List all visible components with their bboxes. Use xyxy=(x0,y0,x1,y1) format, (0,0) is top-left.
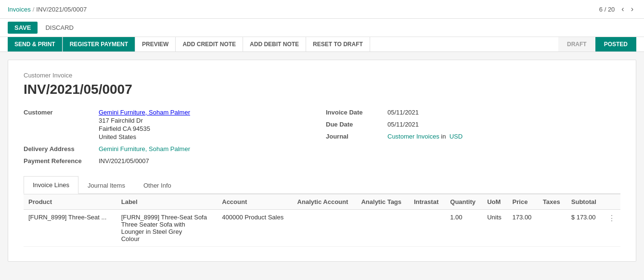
delivery-value: Gemini Furniture, Soham Palmer xyxy=(99,145,190,153)
customer-label: Customer xyxy=(24,109,91,116)
breadcrumb-separator: / xyxy=(33,6,35,13)
send-print-button[interactable]: SEND & PRINT xyxy=(8,37,63,51)
add-credit-note-button[interactable]: ADD CREDIT NOTE xyxy=(176,37,243,51)
invoice-date-label: Invoice Date xyxy=(326,109,384,116)
due-date-row: Due Date 05/11/2021 xyxy=(326,121,620,128)
discard-button[interactable]: DISCARD xyxy=(41,22,77,34)
col-account: Account xyxy=(217,194,292,210)
customer-address2: Fairfield CA 94535 xyxy=(99,125,190,132)
journal-name-link[interactable]: Customer Invoices xyxy=(387,133,439,140)
table-header-row: Product Label Account Analytic Account A… xyxy=(24,194,620,210)
journal-label: Journal xyxy=(326,133,384,140)
breadcrumb-parent[interactable]: Invoices xyxy=(8,6,31,13)
delivery-label: Delivery Address xyxy=(24,145,91,153)
journal-value: Customer Invoices in USD xyxy=(387,133,463,140)
status-draft[interactable]: DRAFT xyxy=(558,37,595,51)
cell-taxes xyxy=(538,210,567,247)
cell-subtotal: $ 173.00 xyxy=(567,210,603,247)
journal-in: in xyxy=(441,133,448,140)
due-date-value: 05/11/2021 xyxy=(387,121,419,128)
register-payment-button[interactable]: REGISTER PAYMENT xyxy=(63,37,135,51)
delivery-row: Delivery Address Gemini Furniture, Soham… xyxy=(24,145,318,153)
cell-intrastat xyxy=(409,210,445,247)
due-date-label: Due Date xyxy=(326,121,384,128)
invoice-date-row: Invoice Date 05/11/2021 xyxy=(326,109,620,116)
left-fields: Customer Gemini Furniture, Soham Palmer … xyxy=(24,109,318,165)
cell-price: 173.00 xyxy=(508,210,538,247)
cell-analytic-account xyxy=(293,210,357,247)
journal-row: Journal Customer Invoices in USD xyxy=(326,133,620,140)
payment-ref-row: Payment Reference INV/2021/05/0007 xyxy=(24,157,318,165)
right-fields: Invoice Date 05/11/2021 Due Date 05/11/2… xyxy=(326,109,620,165)
form-grid: Customer Gemini Furniture, Soham Palmer … xyxy=(24,109,620,165)
col-taxes: Taxes xyxy=(538,194,567,210)
row-options-icon[interactable]: ⋮ xyxy=(608,214,616,222)
payment-ref-value: INV/2021/05/0007 xyxy=(99,157,149,165)
invoice-date-value: 05/11/2021 xyxy=(387,109,419,116)
table-row: [FURN_8999] Three-Seat ... [FURN_8999] T… xyxy=(24,210,620,247)
customer-country: United States xyxy=(99,133,190,140)
col-intrastat: Intrastat xyxy=(409,194,445,210)
pagination-label: 6 / 20 xyxy=(599,6,615,13)
col-actions xyxy=(603,194,620,210)
invoice-number: INV/2021/05/0007 xyxy=(24,82,620,97)
tab-invoice-lines[interactable]: Invoice Lines xyxy=(24,176,78,194)
col-uom: UoM xyxy=(482,194,507,210)
main-content: Customer Invoice INV/2021/05/0007 Custom… xyxy=(0,52,644,269)
cell-account: 400000 Product Sales xyxy=(217,210,292,247)
status-posted[interactable]: POSTED xyxy=(595,37,636,51)
tab-journal-items[interactable]: Journal Items xyxy=(78,176,134,194)
customer-row: Customer Gemini Furniture, Soham Palmer … xyxy=(24,109,318,140)
col-quantity: Quantity xyxy=(445,194,482,210)
action-bar: SAVE DISCARD xyxy=(0,19,644,37)
tab-other-info[interactable]: Other Info xyxy=(134,176,180,194)
prev-button[interactable]: ‹ xyxy=(618,4,627,14)
invoice-lines-table: Product Label Account Analytic Account A… xyxy=(24,194,620,247)
cell-uom: Units xyxy=(482,210,507,247)
customer-address1: 317 Fairchild Dr xyxy=(99,117,190,124)
status-area: DRAFT POSTED xyxy=(558,37,636,51)
invoice-type-label: Customer Invoice xyxy=(24,72,620,79)
next-button[interactable]: › xyxy=(628,4,636,14)
delivery-name-link[interactable]: Gemini Furniture, Soham Palmer xyxy=(99,145,190,153)
customer-name-link[interactable]: Gemini Furniture, Soham Palmer xyxy=(99,109,190,116)
preview-button[interactable]: PREVIEW xyxy=(135,37,176,51)
breadcrumb: Invoices / INV/2021/05/0007 6 / 20 ‹ › xyxy=(0,0,644,19)
reset-to-draft-button[interactable]: RESET TO DRAFT xyxy=(306,37,370,51)
col-analytic-tags: Analytic Tags xyxy=(356,194,409,210)
payment-ref-label: Payment Reference xyxy=(24,157,91,165)
journal-currency-link[interactable]: USD xyxy=(450,133,463,140)
col-price: Price xyxy=(508,194,538,210)
add-debit-note-button[interactable]: ADD DEBIT NOTE xyxy=(243,37,306,51)
col-product: Product xyxy=(24,194,116,210)
tabs: Invoice Lines Journal Items Other Info xyxy=(24,176,620,194)
cell-product: [FURN_8999] Three-Seat ... xyxy=(24,210,116,247)
invoice-card: Customer Invoice INV/2021/05/0007 Custom… xyxy=(8,60,636,262)
breadcrumb-current: INV/2021/05/0007 xyxy=(36,6,87,13)
cell-label: [FURN_8999] Three-Seat Sofa Three Seater… xyxy=(116,210,218,247)
cell-quantity: 1.00 xyxy=(445,210,482,247)
cell-analytic-tags xyxy=(356,210,409,247)
col-subtotal: Subtotal xyxy=(567,194,603,210)
pagination-area: 6 / 20 ‹ › xyxy=(599,4,636,14)
col-analytic-account: Analytic Account xyxy=(293,194,357,210)
cell-row-actions[interactable]: ⋮ xyxy=(603,210,620,247)
save-button[interactable]: SAVE xyxy=(8,22,38,34)
col-label: Label xyxy=(116,194,218,210)
toolbar: SEND & PRINT REGISTER PAYMENT PREVIEW AD… xyxy=(0,37,644,52)
customer-address: Gemini Furniture, Soham Palmer 317 Fairc… xyxy=(99,109,190,140)
